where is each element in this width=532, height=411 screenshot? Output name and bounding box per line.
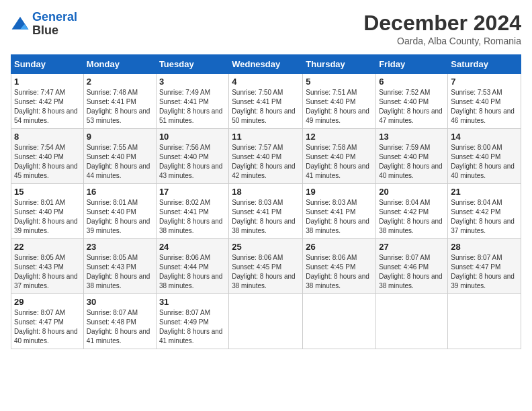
day-cell: 26 Sunrise: 8:06 AM Sunset: 4:45 PM Dayl… [303, 239, 376, 294]
day-detail: Sunrise: 7:47 AM Sunset: 4:42 PM Dayligh… [14, 88, 81, 126]
column-header-tuesday: Tuesday [156, 55, 228, 74]
location: Oarda, Alba County, Romania [363, 36, 521, 46]
day-detail: Sunrise: 7:53 AM Sunset: 4:40 PM Dayligh… [451, 88, 518, 126]
day-cell: 28 Sunrise: 8:07 AM Sunset: 4:47 PM Dayl… [448, 239, 521, 294]
week-row-2: 8 Sunrise: 7:54 AM Sunset: 4:40 PM Dayli… [11, 129, 521, 184]
day-detail: Sunrise: 8:02 AM Sunset: 4:41 PM Dayligh… [159, 198, 226, 236]
day-number: 19 [306, 187, 373, 197]
day-number: 30 [87, 297, 153, 307]
day-cell: 14 Sunrise: 8:00 AM Sunset: 4:40 PM Dayl… [448, 129, 521, 184]
day-cell [448, 294, 521, 349]
day-cell [303, 294, 376, 349]
day-number: 3 [159, 77, 226, 87]
day-cell: 15 Sunrise: 8:01 AM Sunset: 4:40 PM Dayl… [11, 184, 84, 239]
day-number: 24 [159, 242, 226, 252]
day-number: 1 [14, 77, 81, 87]
header: General Blue December 2024 Oarda, Alba C… [11, 11, 521, 46]
day-detail: Sunrise: 8:04 AM Sunset: 4:42 PM Dayligh… [379, 198, 445, 236]
day-number: 29 [14, 297, 81, 307]
month-title: December 2024 [363, 11, 521, 36]
day-detail: Sunrise: 7:49 AM Sunset: 4:41 PM Dayligh… [159, 88, 226, 126]
day-number: 17 [159, 187, 226, 197]
calendar-table: SundayMondayTuesdayWednesdayThursdayFrid… [11, 54, 521, 349]
day-cell: 3 Sunrise: 7:49 AM Sunset: 4:41 PM Dayli… [156, 74, 228, 129]
day-detail: Sunrise: 7:57 AM Sunset: 4:40 PM Dayligh… [232, 143, 300, 181]
day-detail: Sunrise: 8:01 AM Sunset: 4:40 PM Dayligh… [87, 198, 153, 236]
day-cell: 31 Sunrise: 8:07 AM Sunset: 4:49 PM Dayl… [156, 294, 228, 349]
day-cell: 7 Sunrise: 7:53 AM Sunset: 4:40 PM Dayli… [448, 74, 521, 129]
day-number: 2 [87, 77, 153, 87]
column-header-monday: Monday [83, 55, 156, 74]
day-cell: 30 Sunrise: 8:07 AM Sunset: 4:48 PM Dayl… [83, 294, 156, 349]
day-cell: 9 Sunrise: 7:55 AM Sunset: 4:40 PM Dayli… [83, 129, 156, 184]
column-header-friday: Friday [376, 55, 448, 74]
day-number: 8 [14, 132, 81, 142]
page: General Blue December 2024 Oarda, Alba C… [0, 0, 532, 411]
day-cell: 10 Sunrise: 7:56 AM Sunset: 4:40 PM Dayl… [156, 129, 228, 184]
day-cell: 18 Sunrise: 8:03 AM Sunset: 4:41 PM Dayl… [229, 184, 303, 239]
day-number: 10 [159, 132, 226, 142]
day-cell: 20 Sunrise: 8:04 AM Sunset: 4:42 PM Dayl… [376, 184, 448, 239]
day-detail: Sunrise: 7:54 AM Sunset: 4:40 PM Dayligh… [14, 143, 81, 181]
column-header-wednesday: Wednesday [229, 55, 303, 74]
day-number: 6 [379, 77, 445, 87]
day-detail: Sunrise: 8:03 AM Sunset: 4:41 PM Dayligh… [232, 198, 300, 236]
day-detail: Sunrise: 8:01 AM Sunset: 4:40 PM Dayligh… [14, 198, 81, 236]
day-number: 12 [306, 132, 373, 142]
day-number: 27 [379, 242, 445, 252]
day-detail: Sunrise: 8:06 AM Sunset: 4:44 PM Dayligh… [159, 253, 226, 291]
day-detail: Sunrise: 8:07 AM Sunset: 4:47 PM Dayligh… [14, 308, 81, 346]
day-detail: Sunrise: 8:07 AM Sunset: 4:49 PM Dayligh… [159, 308, 226, 346]
day-number: 28 [451, 242, 518, 252]
day-detail: Sunrise: 7:59 AM Sunset: 4:40 PM Dayligh… [379, 143, 445, 181]
day-detail: Sunrise: 8:07 AM Sunset: 4:47 PM Dayligh… [451, 253, 518, 291]
day-cell: 13 Sunrise: 7:59 AM Sunset: 4:40 PM Dayl… [376, 129, 448, 184]
day-number: 21 [451, 187, 518, 197]
day-detail: Sunrise: 8:04 AM Sunset: 4:42 PM Dayligh… [451, 198, 518, 236]
week-row-3: 15 Sunrise: 8:01 AM Sunset: 4:40 PM Dayl… [11, 184, 521, 239]
day-detail: Sunrise: 8:03 AM Sunset: 4:41 PM Dayligh… [306, 198, 373, 236]
day-detail: Sunrise: 8:07 AM Sunset: 4:48 PM Dayligh… [87, 308, 153, 346]
day-number: 13 [379, 132, 445, 142]
logo-icon [11, 15, 30, 34]
calendar-body: 1 Sunrise: 7:47 AM Sunset: 4:42 PM Dayli… [11, 74, 521, 349]
day-number: 4 [232, 77, 300, 87]
title-block: December 2024 Oarda, Alba County, Romani… [363, 11, 521, 46]
day-cell: 19 Sunrise: 8:03 AM Sunset: 4:41 PM Dayl… [303, 184, 376, 239]
day-detail: Sunrise: 8:06 AM Sunset: 4:45 PM Dayligh… [306, 253, 373, 291]
day-detail: Sunrise: 8:07 AM Sunset: 4:46 PM Dayligh… [379, 253, 445, 291]
day-cell: 27 Sunrise: 8:07 AM Sunset: 4:46 PM Dayl… [376, 239, 448, 294]
day-cell: 12 Sunrise: 7:58 AM Sunset: 4:40 PM Dayl… [303, 129, 376, 184]
day-number: 20 [379, 187, 445, 197]
day-number: 25 [232, 242, 300, 252]
day-cell: 4 Sunrise: 7:50 AM Sunset: 4:41 PM Dayli… [229, 74, 303, 129]
day-detail: Sunrise: 8:00 AM Sunset: 4:40 PM Dayligh… [451, 143, 518, 181]
day-cell: 5 Sunrise: 7:51 AM Sunset: 4:40 PM Dayli… [303, 74, 376, 129]
day-number: 5 [306, 77, 373, 87]
day-cell: 6 Sunrise: 7:52 AM Sunset: 4:40 PM Dayli… [376, 74, 448, 129]
day-cell [376, 294, 448, 349]
column-header-saturday: Saturday [448, 55, 521, 74]
day-cell: 2 Sunrise: 7:48 AM Sunset: 4:41 PM Dayli… [83, 74, 156, 129]
day-detail: Sunrise: 7:56 AM Sunset: 4:40 PM Dayligh… [159, 143, 226, 181]
logo: General Blue [11, 11, 77, 38]
week-row-4: 22 Sunrise: 8:05 AM Sunset: 4:43 PM Dayl… [11, 239, 521, 294]
column-header-thursday: Thursday [303, 55, 376, 74]
column-header-sunday: Sunday [11, 55, 84, 74]
day-cell: 25 Sunrise: 8:06 AM Sunset: 4:45 PM Dayl… [229, 239, 303, 294]
day-cell: 11 Sunrise: 7:57 AM Sunset: 4:40 PM Dayl… [229, 129, 303, 184]
day-detail: Sunrise: 7:58 AM Sunset: 4:40 PM Dayligh… [306, 143, 373, 181]
day-detail: Sunrise: 7:52 AM Sunset: 4:40 PM Dayligh… [379, 88, 445, 126]
day-cell: 29 Sunrise: 8:07 AM Sunset: 4:47 PM Dayl… [11, 294, 84, 349]
day-cell: 1 Sunrise: 7:47 AM Sunset: 4:42 PM Dayli… [11, 74, 84, 129]
day-detail: Sunrise: 7:48 AM Sunset: 4:41 PM Dayligh… [87, 88, 153, 126]
day-number: 23 [87, 242, 153, 252]
day-cell: 17 Sunrise: 8:02 AM Sunset: 4:41 PM Dayl… [156, 184, 228, 239]
day-number: 18 [232, 187, 300, 197]
week-row-5: 29 Sunrise: 8:07 AM Sunset: 4:47 PM Dayl… [11, 294, 521, 349]
day-detail: Sunrise: 7:50 AM Sunset: 4:41 PM Dayligh… [232, 88, 300, 126]
day-number: 9 [87, 132, 153, 142]
day-number: 15 [14, 187, 81, 197]
week-row-1: 1 Sunrise: 7:47 AM Sunset: 4:42 PM Dayli… [11, 74, 521, 129]
logo-text: General Blue [32, 11, 77, 38]
